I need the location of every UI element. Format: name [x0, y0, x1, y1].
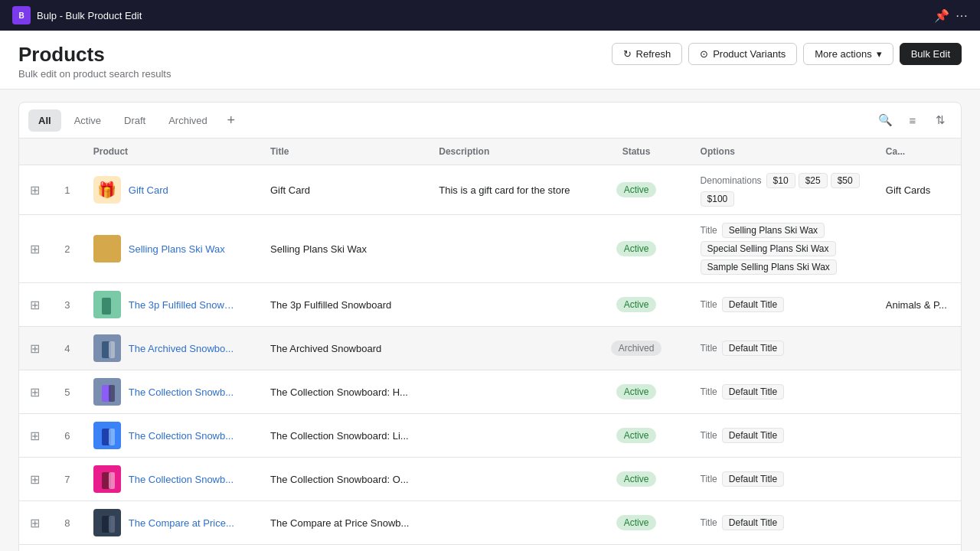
description-cell: [430, 370, 581, 414]
drag-handle[interactable]: ⊞: [19, 458, 51, 501]
product-link[interactable]: The 3p Fulfilled Snowb...: [129, 299, 236, 311]
drag-handle[interactable]: ⊞: [19, 370, 51, 414]
description-cell: [430, 215, 581, 283]
description-cell: [430, 501, 581, 545]
tab-all[interactable]: All: [28, 109, 61, 132]
sort-icon: ⇅: [936, 113, 946, 127]
topbar: B Bulp - Bulk Product Edit 📌 ⋯: [0, 0, 980, 31]
drag-handle[interactable]: ⊞: [19, 327, 51, 370]
product-link[interactable]: The Compare at Price...: [129, 517, 234, 529]
product-variants-button[interactable]: ⊙ Product Variants: [688, 43, 797, 65]
chevron-down-icon: ▾: [877, 48, 882, 60]
status-badge: Active: [616, 241, 657, 256]
th-options: Options: [691, 139, 877, 165]
category-cell: [877, 458, 961, 501]
th-status: Status: [581, 139, 691, 165]
add-tab-button[interactable]: +: [220, 109, 242, 131]
product-cell: The Compare at Price...: [84, 501, 261, 545]
drag-handle[interactable]: ⊞: [19, 165, 51, 215]
filter-button[interactable]: ≡: [901, 109, 924, 132]
tab-draft[interactable]: Draft: [114, 109, 155, 132]
status-badge: Active: [616, 297, 657, 312]
category-cell: [877, 414, 961, 458]
table-row: ⊞ 7 The Collection Snowb... The Collecti…: [19, 458, 961, 501]
tab-archived[interactable]: Archived: [158, 109, 217, 132]
table-row: ⊞ 6 The Collection Snowb... The Collecti…: [19, 414, 961, 458]
category-cell: [877, 501, 961, 545]
more-actions-button[interactable]: More actions ▾: [803, 43, 893, 65]
th-title: Title: [261, 139, 430, 165]
options-cell: TitleDefault Title: [691, 327, 877, 370]
tabs: All Active Draft Archived +: [28, 109, 242, 132]
drag-handle[interactable]: ⊞: [19, 501, 51, 545]
page-title: Products: [18, 43, 171, 67]
more-options-icon[interactable]: ⋯: [956, 8, 968, 23]
category-cell: [877, 215, 961, 283]
bulk-edit-button[interactable]: Bulk Edit: [900, 43, 962, 65]
title-cell: The 3p Fulfilled Snowboard: [261, 283, 430, 327]
product-cell: 🎁 Gift Card: [84, 165, 261, 215]
th-description: Description: [430, 139, 581, 165]
row-number: 1: [51, 165, 84, 215]
table-row: ⊞ 5 The Collection Snowb... The Collecti…: [19, 370, 961, 414]
description-cell: [430, 327, 581, 370]
product-link[interactable]: The Collection Snowb...: [129, 430, 234, 442]
category-cell: Gift Cards: [877, 165, 961, 215]
table-row: ⊞ 8 The Compare at Price... The Compare …: [19, 501, 961, 545]
title-cell: The Collection Snowboard: H...: [261, 370, 430, 414]
product-link[interactable]: The Archived Snowbo...: [129, 343, 234, 354]
th-num: [51, 139, 84, 165]
description-cell: This is a gift card for the store: [430, 165, 581, 215]
category-cell: [877, 327, 961, 370]
options-cell: TitleDefault Title: [691, 458, 877, 501]
refresh-button[interactable]: ↻ Refresh: [612, 43, 683, 65]
th-category: Ca...: [877, 139, 961, 165]
row-number: 6: [51, 414, 84, 458]
product-link[interactable]: The Collection Snowb...: [129, 386, 234, 398]
th-product: Product: [84, 139, 261, 165]
product-cell: Selling Plans Ski Wax: [84, 215, 261, 283]
description-cell: [430, 458, 581, 501]
page-title-block: Products Bulk edit on product search res…: [18, 43, 171, 80]
status-badge: Active: [616, 471, 657, 487]
product-cell: The Collection Snowb...: [84, 370, 261, 414]
table-footer: ‹ › 1 Page (displaying 17 products) 50 ⇅: [19, 544, 961, 551]
row-number: 2: [51, 215, 84, 283]
row-number: 7: [51, 458, 84, 501]
drag-handle[interactable]: ⊞: [19, 414, 51, 458]
search-icon: 🔍: [878, 113, 893, 127]
product-cell: The Collection Snowb...: [84, 458, 261, 501]
tab-active[interactable]: Active: [64, 109, 111, 132]
search-button[interactable]: 🔍: [874, 109, 897, 132]
options-cell: TitleDefault Title: [691, 414, 877, 458]
drag-handle[interactable]: ⊞: [19, 215, 51, 283]
status-cell: Active: [581, 414, 691, 458]
page-subtitle: Bulk edit on product search results: [18, 68, 171, 80]
pin-icon[interactable]: 📌: [934, 8, 949, 23]
row-number: 4: [51, 327, 84, 370]
table-row: ⊞ 2 Selling Plans Ski Wax Selling Plans …: [19, 215, 961, 283]
product-link[interactable]: The Collection Snowb...: [129, 474, 234, 485]
page-header: Products Bulk edit on product search res…: [0, 31, 980, 90]
products-table: Product Title Description Status Options…: [19, 139, 961, 544]
status-cell: Active: [581, 501, 691, 545]
variants-icon: ⊙: [700, 48, 708, 60]
status-badge: Active: [616, 515, 657, 530]
options-cell: TitleDefault Title: [691, 283, 877, 327]
sort-button[interactable]: ⇅: [929, 109, 952, 132]
options-cell: Denominations $10$25$50$100: [691, 165, 877, 215]
product-link[interactable]: Gift Card: [129, 184, 168, 196]
status-badge: Active: [616, 182, 657, 197]
refresh-icon: ↻: [623, 48, 632, 60]
table-wrap: Product Title Description Status Options…: [19, 139, 961, 544]
options-cell: TitleSelling Plans Ski WaxSpecial Sellin…: [691, 215, 877, 283]
product-cell: The Collection Snowb...: [84, 414, 261, 458]
table-header-row: Product Title Description Status Options…: [19, 139, 961, 165]
title-cell: Selling Plans Ski Wax: [261, 215, 430, 283]
drag-handle[interactable]: ⊞: [19, 283, 51, 327]
title-cell: The Archived Snowboard: [261, 327, 430, 370]
product-link[interactable]: Selling Plans Ski Wax: [129, 243, 225, 255]
tabs-right: 🔍 ≡ ⇅: [874, 109, 952, 132]
description-cell: [430, 283, 581, 327]
product-cell: The 3p Fulfilled Snowb...: [84, 283, 261, 327]
